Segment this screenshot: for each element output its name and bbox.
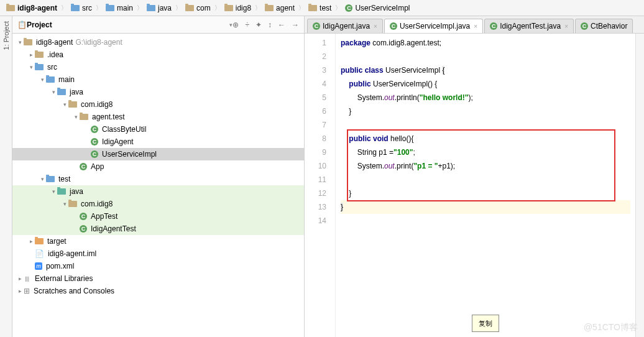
breadcrumb-item[interactable]: idig8-agent xyxy=(4,4,60,12)
code-editor[interactable]: 1234567891011121314 package com.idig8.ag… xyxy=(305,34,644,337)
breadcrumb-item[interactable]: idig8 xyxy=(222,4,254,12)
breadcrumb-item[interactable]: UserServiceImpl xyxy=(343,4,412,12)
tree-node[interactable]: IdigAgentTest xyxy=(12,223,304,235)
tree-node[interactable]: ▾test xyxy=(12,173,304,185)
tree-node[interactable]: ▾java xyxy=(12,185,304,198)
tree-node[interactable]: ▸.idea xyxy=(12,48,304,61)
tool-window-bar: 1: Project xyxy=(0,16,12,337)
editor-tab[interactable]: UserServiceImpl.java× xyxy=(384,19,483,33)
code-content[interactable]: package com.idig8.agent.test; public cla… xyxy=(336,34,635,337)
editor-tab[interactable]: IdigAgentTest.java× xyxy=(484,19,574,33)
breadcrumb-item[interactable]: agent xyxy=(262,4,297,12)
tree-node[interactable]: ▾main xyxy=(12,73,304,86)
project-tree[interactable]: ▾idig8-agentG:\idig8-agent▸.idea▾src▾mai… xyxy=(12,34,304,337)
tree-node[interactable]: ▾com.idig8 xyxy=(12,198,304,210)
project-header: 📋 Project ▾ ⊕÷✦↕←→ xyxy=(12,16,304,34)
project-panel: 📋 Project ▾ ⊕÷✦↕←→ ▾idig8-agentG:\idig8-… xyxy=(12,16,305,337)
close-icon[interactable]: × xyxy=(474,23,477,30)
tree-node[interactable]: ▾src xyxy=(12,61,304,73)
tree-node[interactable]: ▾com.idig8 xyxy=(12,98,304,111)
class-icon xyxy=(490,22,497,30)
tree-node[interactable]: ClassByteUtil xyxy=(12,123,304,136)
toolbar-icon[interactable]: ✦ xyxy=(255,21,262,29)
tree-node[interactable]: ▸target xyxy=(12,235,304,247)
class-icon xyxy=(390,22,397,30)
line-gutter: 1234567891011121314 xyxy=(305,34,336,337)
close-icon[interactable]: × xyxy=(564,23,568,30)
tree-node[interactable]: App xyxy=(12,160,304,173)
tree-node[interactable]: ▸⊞Scratches and Consoles xyxy=(12,285,304,297)
class-icon xyxy=(313,22,320,30)
toolbar-icon[interactable]: → xyxy=(292,21,299,29)
breadcrumb-item[interactable]: main xyxy=(103,4,136,12)
class-icon xyxy=(581,22,588,30)
breadcrumb-item[interactable]: src xyxy=(68,4,94,12)
project-header-title: Project xyxy=(27,21,227,29)
toolbar-icon[interactable]: ↕ xyxy=(268,21,272,29)
tree-node[interactable]: ▾java xyxy=(12,86,304,98)
editor-tabs: IdigAgent.java×UserServiceImpl.java×Idig… xyxy=(305,16,644,34)
toolbar-icon[interactable]: ÷ xyxy=(245,21,249,29)
copy-tooltip: 复制 xyxy=(472,315,499,332)
close-icon[interactable]: × xyxy=(374,23,377,30)
tree-node[interactable]: UserServiceImpl xyxy=(12,148,304,160)
tree-node[interactable]: ▸⫼External Libraries xyxy=(12,272,304,285)
toolbar-icon[interactable]: ⊕ xyxy=(232,21,239,29)
breadcrumb-item[interactable]: test xyxy=(306,4,334,12)
editor-tab[interactable]: IdigAgent.java× xyxy=(307,19,383,33)
right-gutter xyxy=(635,34,644,337)
breadcrumb: idig8-agent〉src〉main〉java〉com〉idig8〉agen… xyxy=(0,0,644,16)
editor-area: IdigAgent.java×UserServiceImpl.java×Idig… xyxy=(305,16,644,337)
breadcrumb-item[interactable]: com xyxy=(183,4,213,12)
tree-node[interactable]: 📄idig8-agent.iml xyxy=(12,247,304,260)
tree-node[interactable]: ▾idig8-agentG:\idig8-agent xyxy=(12,36,304,48)
breadcrumb-item[interactable]: java xyxy=(144,4,174,12)
editor-tab[interactable]: CtBehavior xyxy=(575,19,633,33)
project-tool-button[interactable]: 1: Project xyxy=(2,21,10,50)
tree-node[interactable]: IdigAgent xyxy=(12,136,304,148)
toolbar-icon[interactable]: ← xyxy=(278,21,285,29)
tree-node[interactable]: ▾agent.test xyxy=(12,111,304,123)
tree-node[interactable]: pom.xml xyxy=(12,260,304,272)
project-tools: ⊕÷✦↕←→ xyxy=(232,21,299,29)
tree-node[interactable]: AppTest xyxy=(12,210,304,223)
